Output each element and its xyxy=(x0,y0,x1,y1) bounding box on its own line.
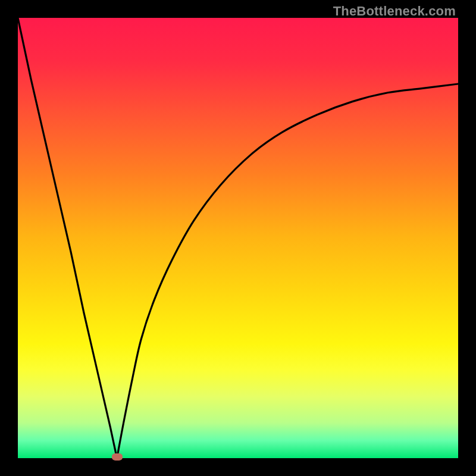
plot-frame xyxy=(18,18,458,458)
gradient-background xyxy=(18,18,458,458)
bottleneck-chart xyxy=(18,18,458,458)
vertex-marker xyxy=(112,453,123,461)
watermark-label: TheBottleneck.com xyxy=(333,4,456,19)
